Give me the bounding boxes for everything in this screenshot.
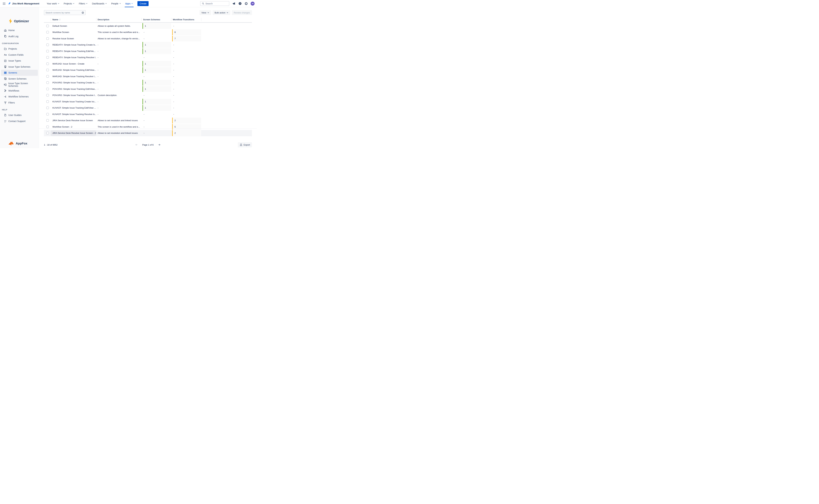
row-checkbox[interactable] xyxy=(46,69,49,71)
table-row[interactable]: Default ScreenAllows to update all syste… xyxy=(44,23,252,29)
global-search[interactable] xyxy=(200,1,229,6)
screen-name-cell[interactable]: Resolve Issue Screen xyxy=(51,35,96,42)
sidebar-item-issue-type-screen-schemes[interactable]: Issue Type Screen Schemes xyxy=(1,82,38,88)
sidebar-item-screen-schemes[interactable]: Screen Schemes xyxy=(1,76,38,82)
screen-name-cell[interactable]: POVURO: Simple Issue Tracking Resolve I.… xyxy=(51,92,96,99)
row-checkbox[interactable] xyxy=(46,94,49,96)
table-row[interactable]: JIRA Service Desk Resolve Issue Screen -… xyxy=(44,130,252,136)
help-icon[interactable]: ? xyxy=(238,2,242,5)
table-row[interactable]: POVURO: Simple Issue Tracking Edit/View.… xyxy=(44,86,252,92)
row-checkbox[interactable] xyxy=(46,100,49,103)
row-checkbox[interactable] xyxy=(46,132,49,134)
row-checkbox[interactable] xyxy=(46,37,49,40)
row-checkbox[interactable] xyxy=(46,75,49,78)
view-button[interactable]: View xyxy=(199,10,211,15)
sidebar-item-label: Issue Type Schemes xyxy=(8,65,30,68)
screen-name-cell[interactable]: Workflow Screen xyxy=(51,29,96,36)
nav-item-people[interactable]: People xyxy=(109,0,123,7)
sidebar-item-issue-types[interactable]: Issue Types xyxy=(1,58,38,64)
app-switcher-icon[interactable] xyxy=(2,1,6,6)
table-row[interactable]: KUVAST: Simple Issue Tracking Create Iss… xyxy=(44,98,252,105)
sidebar-item-home[interactable]: Home xyxy=(1,27,38,33)
screen-name-cell[interactable]: JIRA Service Desk Resolve Issue Screen -… xyxy=(51,130,96,136)
next-page-arrow-icon[interactable] xyxy=(158,143,161,147)
row-checkbox[interactable] xyxy=(46,44,49,46)
megaphone-icon[interactable] xyxy=(232,2,235,5)
row-checkbox[interactable] xyxy=(46,31,49,33)
row-checkbox[interactable] xyxy=(46,25,49,27)
nav-item-your-work[interactable]: Your work xyxy=(45,0,62,7)
screen-name-cell[interactable]: JIRA Service Desk Resolve Issue Screen xyxy=(51,117,96,124)
table-row[interactable]: JIRA Service Desk Resolve Issue ScreenAl… xyxy=(44,117,252,124)
table-row[interactable]: Workflow Screen - 2This screen is used i… xyxy=(44,124,252,130)
table-row[interactable]: KUVAST: Simple Issue Tracking Edit/View … xyxy=(44,105,252,111)
table-row[interactable]: WARJAD: Issue Screen - Create-1- xyxy=(44,61,252,67)
export-button[interactable]: Export xyxy=(238,142,252,147)
sidebar-item-filters[interactable]: Filters xyxy=(1,100,38,106)
screen-name-cell[interactable]: POVURO: Simple Issue Tracking Create Is.… xyxy=(51,80,96,86)
product-home-link[interactable]: Jira Work Management xyxy=(8,2,39,5)
sidebar-item-user-guides[interactable]: User Guides xyxy=(1,112,38,118)
settings-icon[interactable] xyxy=(244,2,248,5)
screen-name-cell[interactable]: REBDATV: Simple Issue Tracking Resolve I… xyxy=(51,54,96,61)
table-row[interactable]: REBDATV: Simple Issue Tracking Create Is… xyxy=(44,42,252,48)
nav-item-apps[interactable]: Apps xyxy=(123,0,135,7)
table-row[interactable]: REBDATV: Simple Issue Tracking Edit/Vie.… xyxy=(44,48,252,54)
screen-name-cell[interactable]: Workflow Screen - 2 xyxy=(51,124,96,130)
screens-search[interactable] xyxy=(44,10,86,15)
sidebar-item-workflow-schemes[interactable]: Workflow Schemes xyxy=(1,94,38,100)
screen-name-cell[interactable]: POVURO: Simple Issue Tracking Edit/View.… xyxy=(51,86,96,92)
table-row[interactable]: Workflow ScreenThis screen is used in th… xyxy=(44,29,252,36)
table-row[interactable]: POVURO: Simple Issue Tracking Create Is.… xyxy=(44,80,252,86)
table-row[interactable]: POVURO: Simple Issue Tracking Resolve I.… xyxy=(44,92,252,99)
review-changes-button[interactable]: Review changes xyxy=(232,10,252,15)
nav-item-projects[interactable]: Projects xyxy=(62,0,77,7)
table-row[interactable]: KUVAST: Simple Issue Tracking Resolve Is… xyxy=(44,111,252,117)
sidebar-item-label: Projects xyxy=(8,47,17,50)
sidebar-item-issue-type-schemes[interactable]: Issue Type Schemes xyxy=(1,64,38,70)
row-checkbox[interactable] xyxy=(46,81,49,84)
table-row[interactable]: Resolve Issue ScreenAllows to set resolu… xyxy=(44,35,252,42)
sidebar-item-screens[interactable]: Screens xyxy=(1,70,38,76)
sidebar-item-workflows[interactable]: Workflows xyxy=(1,88,38,94)
screen-name-cell[interactable]: REBDATV: Simple Issue Tracking Edit/Vie.… xyxy=(51,48,96,54)
screen-name-cell[interactable]: KUVAST: Simple Issue Tracking Resolve Is… xyxy=(51,111,96,117)
clear-search-icon[interactable] xyxy=(82,11,84,14)
row-checkbox-cell xyxy=(44,23,51,29)
sidebar-item-projects[interactable]: Projects xyxy=(1,46,38,52)
screen-name-cell[interactable]: WARJAD: Simple Issue Tracking Resolve I.… xyxy=(51,73,96,80)
table-row[interactable]: REBDATV: Simple Issue Tracking Resolve I… xyxy=(44,54,252,61)
row-checkbox[interactable] xyxy=(46,50,49,52)
table-row[interactable]: WARJAD: Simple Issue Tracking Resolve I.… xyxy=(44,73,252,80)
table-row[interactable]: WARJAD: Simple Issue Tracking Edit/View.… xyxy=(44,67,252,73)
global-search-input[interactable] xyxy=(205,2,228,5)
screen-name-cell[interactable]: Default Screen xyxy=(51,23,96,29)
sidebar-item-contact-support[interactable]: Contact Support xyxy=(1,118,38,124)
sidebar-item-audit-log[interactable]: Audit Log xyxy=(1,33,38,39)
screen-name-cell[interactable]: WARJAD: Issue Screen - Create xyxy=(51,61,96,67)
row-checkbox[interactable] xyxy=(46,56,49,59)
nav-item-filters[interactable]: Filters xyxy=(77,0,90,7)
appfox-brand[interactable]: AppFox xyxy=(8,141,27,146)
screen-name-cell[interactable]: WARJAD: Simple Issue Tracking Edit/View.… xyxy=(51,67,96,73)
sidebar-item-custom-fields[interactable]: AaCustom Fields xyxy=(1,52,38,58)
row-checkbox[interactable] xyxy=(46,88,49,90)
row-checkbox[interactable] xyxy=(46,63,49,65)
screen-name-cell[interactable]: REBDATV: Simple Issue Tracking Create Is… xyxy=(51,42,96,48)
create-button[interactable]: Create xyxy=(137,1,149,6)
screen-schemes-cell: 1 xyxy=(141,23,171,29)
row-checkbox[interactable] xyxy=(46,107,49,109)
bulk-action-button[interactable]: Bulk action xyxy=(213,10,230,15)
previous-page-arrow-icon[interactable] xyxy=(135,143,138,147)
row-checkbox[interactable] xyxy=(46,119,49,122)
screen-description-cell: Allows to update all system fields. xyxy=(96,23,141,29)
column-header-name[interactable]: Name xyxy=(51,17,96,22)
workflows-icon xyxy=(4,89,7,92)
row-checkbox[interactable] xyxy=(46,126,49,128)
screens-search-input[interactable] xyxy=(46,11,82,14)
screen-name-cell[interactable]: KUVAST: Simple Issue Tracking Create Iss… xyxy=(51,98,96,105)
screen-name-cell[interactable]: KUVAST: Simple Issue Tracking Edit/View … xyxy=(51,105,96,111)
user-avatar[interactable]: JR xyxy=(251,2,254,6)
nav-item-dashboards[interactable]: Dashboards xyxy=(90,0,109,7)
row-checkbox[interactable] xyxy=(46,113,49,115)
